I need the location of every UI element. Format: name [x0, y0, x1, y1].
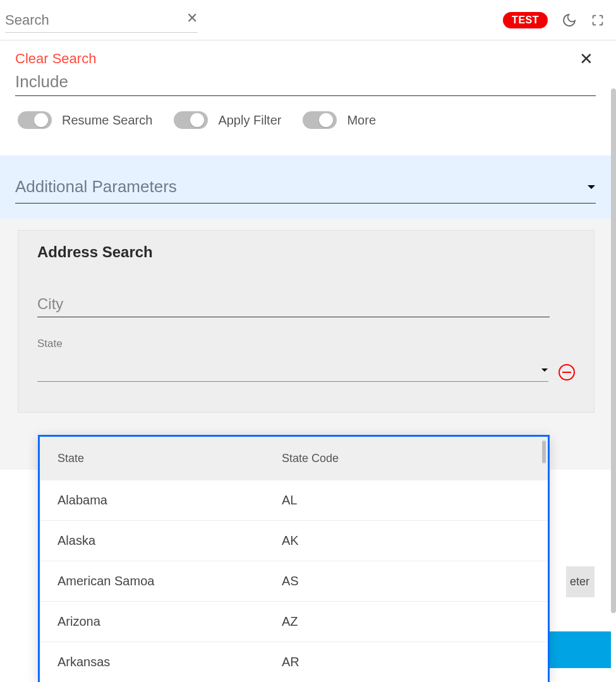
state-code: AS: [282, 574, 299, 588]
dropdown-row[interactable]: Alaska AK: [40, 521, 548, 561]
chevron-down-icon: [587, 184, 596, 190]
state-name: Alabama: [57, 493, 282, 508]
dropdown-row[interactable]: Arkansas AR: [40, 642, 548, 682]
dropdown-header-code: State Code: [282, 452, 339, 465]
dropdown-header-state: State: [57, 452, 282, 465]
city-placeholder: City: [37, 295, 63, 312]
state-name: Arkansas: [57, 655, 282, 669]
state-select[interactable]: [37, 363, 548, 382]
dialog-header: Clear Search ✕: [0, 40, 611, 72]
toggle-label: Resume Search: [62, 113, 152, 128]
toggle-more: More: [303, 111, 376, 129]
clear-search-link[interactable]: Clear Search: [15, 51, 96, 67]
close-icon[interactable]: ✕: [579, 51, 593, 67]
test-badge: TEST: [503, 12, 548, 28]
state-name: American Samoa: [57, 574, 282, 588]
state-code: AK: [282, 533, 299, 548]
dropdown-row[interactable]: American Samoa AS: [40, 561, 548, 602]
toggle-apply-filter: Apply Filter: [174, 111, 281, 129]
caret-down-icon: [541, 368, 548, 373]
additional-parameters-band: Additional Parameters: [0, 155, 611, 219]
clear-search-icon[interactable]: ✕: [186, 11, 198, 25]
additional-parameters-row[interactable]: Additional Parameters: [15, 177, 596, 204]
toggle-resume-search: Resume Search: [18, 111, 152, 129]
state-dropdown: State State Code Alabama AL Alaska AK Am…: [38, 435, 550, 682]
topbar-actions: TEST: [503, 12, 605, 28]
state-code: AR: [282, 655, 299, 669]
dropdown-body: Alabama AL Alaska AK American Samoa AS A…: [40, 480, 548, 682]
switch-apply-filter[interactable]: [174, 111, 208, 129]
address-search-panel: Address Search City State: [18, 230, 595, 413]
dropdown-scrollbar[interactable]: [542, 441, 546, 463]
dropdown-row[interactable]: Arizona AZ: [40, 602, 548, 642]
dropdown-header: State State Code: [40, 437, 548, 480]
switch-more[interactable]: [303, 111, 337, 129]
include-label: Include: [15, 72, 68, 91]
toggle-row: Resume Search Apply Filter More: [15, 111, 596, 129]
address-search-title: Address Search: [37, 243, 575, 261]
expand-icon[interactable]: [591, 13, 605, 27]
remove-icon[interactable]: [559, 364, 575, 381]
dropdown-row[interactable]: Alabama AL: [40, 480, 548, 521]
state-code: AL: [282, 493, 297, 508]
state-label: State: [37, 338, 575, 350]
search-field-wrap: ✕: [5, 8, 198, 33]
primary-action-button[interactable]: [541, 631, 611, 668]
page-scrollbar[interactable]: [611, 88, 616, 613]
switch-resume-search[interactable]: [18, 111, 52, 129]
search-input[interactable]: [5, 9, 198, 33]
state-name: Alaska: [57, 533, 282, 548]
toggle-label: Apply Filter: [218, 113, 281, 128]
add-parameter-button[interactable]: eter: [566, 566, 595, 597]
panel-area: Address Search City State: [0, 219, 611, 470]
state-name: Arizona: [57, 614, 282, 629]
state-code: AZ: [282, 614, 298, 629]
state-row: [37, 363, 575, 382]
toggle-label: More: [347, 113, 376, 128]
topbar: ✕ TEST: [0, 0, 616, 40]
include-field[interactable]: Include: [15, 72, 596, 96]
additional-parameters-title: Additional Parameters: [15, 177, 177, 197]
include-section: Include Resume Search Apply Filter More: [0, 72, 611, 138]
moon-icon[interactable]: [562, 13, 577, 28]
city-input[interactable]: City: [37, 293, 550, 317]
